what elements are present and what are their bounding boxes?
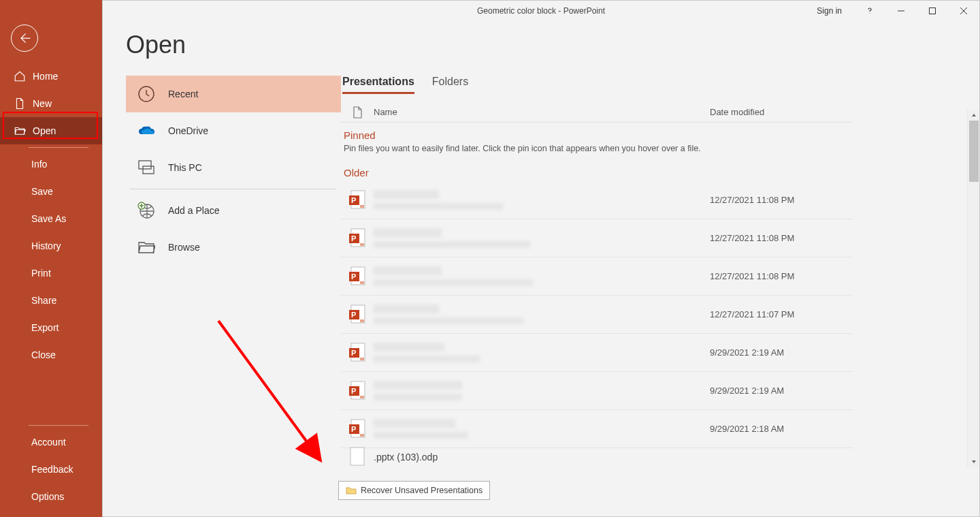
nav-save[interactable]: Save — [0, 178, 102, 205]
add-place-icon — [137, 202, 156, 219]
nav-label: Home — [33, 71, 58, 82]
svg-text:P: P — [351, 234, 356, 242]
svg-rect-5 — [139, 161, 151, 169]
svg-rect-6 — [143, 166, 154, 174]
scrollbar-thumb[interactable] — [969, 121, 979, 182]
pptx-icon: P — [348, 343, 366, 363]
nav-feedback[interactable]: Feedback — [0, 456, 102, 483]
section-pinned: Pinned — [344, 129, 979, 141]
nav-label: Open — [33, 125, 56, 136]
scroll-up-button[interactable] — [968, 110, 979, 121]
tab-folders[interactable]: Folders — [432, 76, 468, 94]
file-date: 12/27/2021 11:08 PM — [710, 195, 853, 205]
file-row[interactable]: P 9/29/2021 2:19 AM — [341, 334, 853, 372]
new-icon — [14, 97, 26, 110]
section-older: Older — [344, 167, 979, 178]
file-path-redacted — [374, 356, 480, 362]
svg-rect-16 — [360, 243, 364, 246]
nav-divider — [29, 425, 88, 426]
home-icon — [14, 70, 26, 82]
nav-label: New — [33, 98, 52, 109]
open-icon — [14, 125, 26, 137]
source-label: Browse — [168, 242, 200, 253]
minimize-button[interactable] — [885, 1, 917, 21]
file-name-redacted — [374, 381, 462, 390]
file-path-redacted — [374, 203, 503, 210]
nav-options[interactable]: Options — [0, 483, 102, 510]
clock-icon — [137, 85, 156, 103]
file-date: 9/29/2021 2:18 AM — [710, 424, 853, 434]
source-recent[interactable]: Recent — [126, 76, 341, 112]
file-row[interactable]: P 9/29/2021 2:19 AM — [341, 372, 853, 410]
source-onedrive[interactable]: OneDrive — [126, 112, 341, 149]
sign-in-link[interactable]: Sign in — [817, 6, 842, 16]
column-date[interactable]: Date modified — [710, 107, 853, 117]
recover-label: Recover Unsaved Presentations — [361, 486, 483, 495]
file-date: 9/29/2021 2:19 AM — [710, 347, 853, 358]
nav-export[interactable]: Export — [0, 314, 102, 341]
nav-account[interactable]: Account — [0, 428, 102, 456]
file-row[interactable]: P 12/27/2021 11:08 PM — [341, 181, 853, 219]
recover-unsaved-button[interactable]: Recover Unsaved Presentations — [338, 481, 490, 500]
close-button[interactable] — [948, 1, 979, 21]
file-path-redacted — [374, 432, 468, 439]
svg-rect-1 — [930, 8, 936, 14]
this-pc-icon — [137, 159, 156, 176]
onedrive-icon — [137, 125, 156, 137]
file-row[interactable]: P 12/27/2021 11:07 PM — [341, 296, 853, 334]
pin-hint: Pin files you want to easily find later.… — [344, 144, 979, 153]
nav-print[interactable]: Print — [0, 260, 102, 287]
source-label: Recent — [168, 89, 198, 99]
file-date: 12/27/2021 11:08 PM — [710, 233, 853, 243]
file-date: 12/27/2021 11:08 PM — [710, 271, 853, 281]
file-name-redacted — [374, 304, 439, 313]
nav-share[interactable]: Share — [0, 287, 102, 314]
file-name-redacted — [374, 190, 439, 199]
file-row[interactable]: P 12/27/2021 11:08 PM — [341, 257, 853, 296]
svg-rect-28 — [360, 358, 364, 360]
back-button[interactable] — [11, 25, 38, 52]
window-title: Geometric color block - PowerPoint — [477, 6, 605, 16]
pptx-icon: P — [348, 228, 366, 249]
nav-new[interactable]: New — [0, 90, 102, 117]
scrollbar-track[interactable] — [968, 121, 979, 456]
scrollbar[interactable] — [967, 110, 979, 467]
nav-close[interactable]: Close — [0, 341, 102, 369]
tab-presentations[interactable]: Presentations — [342, 76, 414, 94]
titlebar: Geometric color block - PowerPoint Sign … — [103, 1, 979, 21]
svg-text:P: P — [351, 349, 356, 357]
svg-text:P: P — [351, 425, 356, 433]
file-row[interactable]: P 12/27/2021 11:08 PM — [341, 219, 853, 257]
scroll-down-button[interactable] — [968, 456, 979, 467]
pptx-icon — [348, 447, 366, 467]
file-name: .pptx (103).odp — [374, 452, 438, 463]
nav-open[interactable]: Open — [0, 117, 102, 144]
pptx-icon: P — [348, 266, 366, 287]
file-path-redacted — [374, 279, 533, 286]
help-button[interactable] — [854, 1, 885, 21]
file-name-redacted — [374, 228, 442, 237]
nav-divider — [29, 147, 88, 148]
pptx-icon: P — [348, 381, 366, 401]
browse-icon — [137, 240, 156, 255]
source-browse[interactable]: Browse — [126, 229, 341, 266]
nav-home[interactable]: Home — [0, 63, 102, 90]
file-row[interactable]: P 9/29/2021 2:18 AM — [341, 410, 853, 448]
file-icon — [353, 106, 362, 119]
file-name-redacted — [374, 419, 455, 428]
file-date: 12/27/2021 11:07 PM — [710, 309, 853, 319]
source-label: This PC — [168, 162, 202, 173]
file-row-partial[interactable]: .pptx (103).odp — [341, 448, 979, 466]
source-add-place[interactable]: Add a Place — [126, 192, 341, 229]
svg-text:P: P — [351, 387, 356, 395]
svg-text:P: P — [351, 311, 356, 319]
nav-info[interactable]: Info — [0, 151, 102, 178]
file-date: 9/29/2021 2:19 AM — [710, 386, 853, 396]
maximize-button[interactable] — [917, 1, 948, 21]
source-this-pc[interactable]: This PC — [126, 149, 341, 186]
pptx-icon: P — [348, 304, 366, 325]
column-name[interactable]: Name — [374, 107, 710, 117]
nav-save-as[interactable]: Save As — [0, 205, 102, 232]
file-path-redacted — [374, 241, 530, 248]
svg-rect-32 — [360, 396, 364, 398]
